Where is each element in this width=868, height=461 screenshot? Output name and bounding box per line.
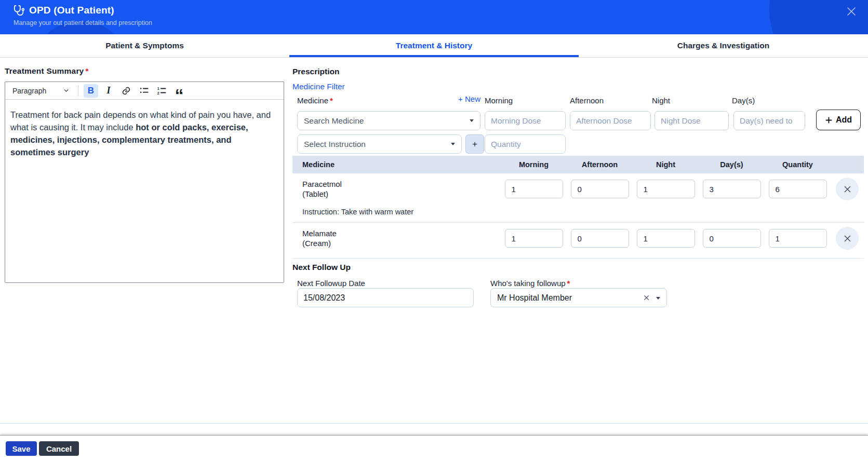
paragraph-dropdown-label: Paragraph [12,87,46,95]
row-days-input[interactable] [703,180,761,198]
select-instruction-select[interactable]: Select Instruction [297,134,462,154]
afternoon-dose-input[interactable] [570,111,651,130]
bullet-list-button[interactable] [137,84,151,98]
next-follow-up-heading: Next Follow Up [292,263,351,272]
page-subtitle: Manage your out patient details and pres… [14,19,152,26]
tab-treatment-history[interactable]: Treatment & History [289,34,579,57]
prescription-section: Prescription Medicine Filter Medicine* +… [292,58,864,424]
row-morning-input[interactable] [505,180,563,198]
add-instruction-button[interactable]: + [465,134,484,154]
paragraph-style-dropdown[interactable]: Paragraph [9,86,73,96]
clear-selection-icon[interactable] [643,294,650,301]
select-caret-icon [451,143,455,145]
instruction-placeholder: Select Instruction [304,140,366,149]
followup-member-select[interactable]: Mr Hospital Member [490,288,667,307]
svg-text:1: 1 [157,87,159,91]
col-header-morning: Morning [501,156,567,173]
tab-panel-treatment-history: Treatment Summary* Paragraph B I [0,58,868,424]
days-input[interactable] [733,111,805,130]
table-row-melamate: Melamate (Cream) [292,223,864,254]
col-header-days: Day(s) [699,156,765,173]
select-caret-icon [656,297,660,300]
required-asterisk: * [330,96,333,105]
medicine-table-header: Medicine Morning Afternoon Night Day(s) … [292,156,864,173]
treatment-summary-label: Treatment Summary* [5,66,284,76]
italic-button[interactable]: I [101,84,116,98]
chevron-down-icon [63,87,70,94]
bullet-list-icon [139,86,149,96]
morning-label: Morning [485,96,513,105]
save-button[interactable]: Save [6,441,37,456]
bold-button[interactable]: B [84,84,98,98]
search-medicine-select[interactable]: Search Medicine [297,111,480,130]
row-morning-input[interactable] [505,229,563,248]
close-icon [843,234,852,243]
row-instruction-text: Instruction: Take with warm water [292,205,864,223]
numbered-list-icon: 1 2 [157,86,167,96]
next-followup-date-label: Next Followup Date [297,279,365,288]
quantity-input[interactable] [485,134,566,154]
rich-text-editor: Paragraph B I [5,82,284,283]
treatment-summary-text[interactable]: Treatment for back pain depends on what … [5,100,284,282]
col-header-medicine: Medicine [292,156,501,173]
prescription-heading: Prescription [292,67,339,76]
night-dose-input[interactable] [655,111,729,130]
remove-row-button[interactable] [836,178,859,200]
search-medicine-placeholder: Search Medicine [304,116,364,126]
add-medicine-button[interactable]: Add [816,110,861,130]
section-divider [292,258,864,259]
treatment-summary-section: Treatment Summary* Paragraph B I [5,66,284,283]
remove-row-button[interactable] [836,227,859,250]
tab-charges-investigation[interactable]: Charges & Investigation [579,34,868,57]
row-afternoon-input[interactable] [571,180,629,198]
required-asterisk: * [567,279,570,288]
add-button-label: Add [836,115,852,125]
who-taking-followup-label: Who's taking followup* [490,279,570,288]
night-label: Night [652,96,670,105]
morning-dose-input[interactable] [485,111,566,130]
tab-label: Patient & Symptoms [105,41,184,50]
medicine-label: Medicine* [297,96,333,105]
tab-patient-symptoms[interactable]: Patient & Symptoms [0,34,289,57]
next-followup-date-input[interactable] [297,288,474,307]
cancel-button[interactable]: Cancel [39,441,79,456]
close-icon [843,185,852,194]
stethoscope-icon [14,5,25,16]
days-label: Day(s) [732,96,755,105]
row-quantity-input[interactable] [769,180,827,198]
row-night-input[interactable] [637,180,695,198]
col-header-quantity: Quantity [765,156,831,173]
tab-label: Charges & Investigation [677,41,769,50]
svg-text:2: 2 [157,91,159,96]
close-icon[interactable] [844,4,859,19]
row-quantity-input[interactable] [769,229,827,248]
link-icon [122,86,131,96]
editor-toolbar: Paragraph B I [5,82,284,100]
link-button[interactable] [119,84,133,98]
medicine-name: Melamate (Cream) [292,228,501,248]
toolbar-divider [78,85,78,97]
table-row-paracetmol: Paracetmol (Tablet) [292,173,864,205]
medicine-filter-link[interactable]: Medicine Filter [292,82,345,91]
page-title: OPD (Out Patient) [29,5,114,16]
followup-member-value: Mr Hospital Member [497,293,572,303]
modal-header: OPD (Out Patient) Manage your out patien… [0,0,868,34]
tab-label: Treatment & History [396,41,472,50]
active-tab-underline [289,55,579,57]
medicine-table: Medicine Morning Afternoon Night Day(s) … [292,156,864,254]
tab-bar: Patient & Symptoms Treatment & History C… [0,34,868,58]
row-days-input[interactable] [703,229,761,248]
new-medicine-link[interactable]: + New [455,94,480,103]
row-night-input[interactable] [637,229,695,248]
plus-icon [825,116,833,124]
required-asterisk: * [85,66,88,75]
modal-footer: Save Cancel [0,435,868,461]
blockquote-button[interactable]: “ [172,84,186,98]
row-afternoon-input[interactable] [571,229,629,248]
col-header-night: Night [633,156,699,173]
numbered-list-button[interactable]: 1 2 [154,84,169,98]
select-caret-icon [470,119,474,122]
afternoon-label: Afternoon [570,96,604,105]
medicine-name: Paracetmol (Tablet) [292,179,501,199]
col-header-afternoon: Afternoon [567,156,633,173]
